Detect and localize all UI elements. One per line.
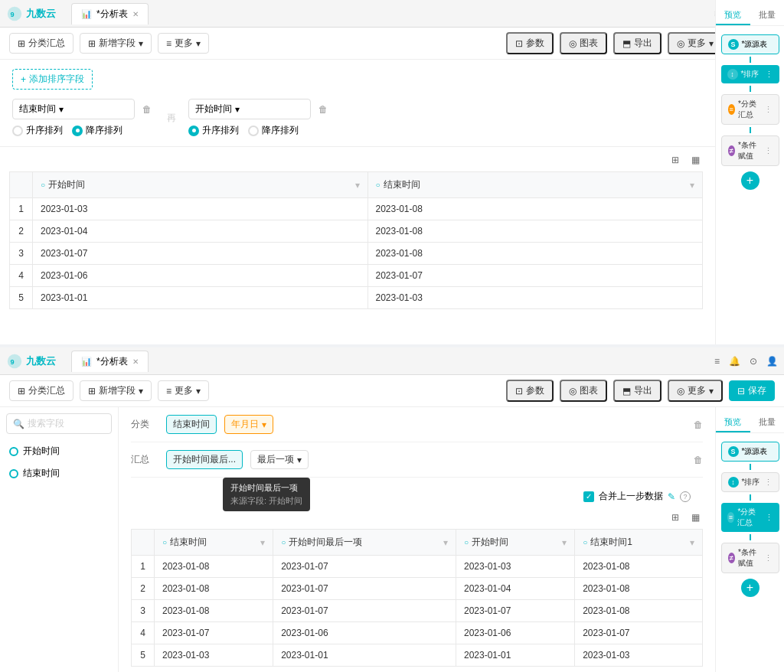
bell-icon-2[interactable]: 🔔 xyxy=(729,356,740,367)
merge-checkbox[interactable] xyxy=(583,491,594,502)
delete-field-2-button[interactable]: 🗑 xyxy=(315,103,331,116)
grid-icon-2[interactable]: ⊞ xyxy=(668,511,682,524)
add-node-button-2[interactable]: + xyxy=(741,579,760,597)
t2-col2-header[interactable]: ○ 开始时间最后一项 ▾ xyxy=(273,530,456,556)
table-row: 3 2023-01-07 2023-01-08 xyxy=(10,243,703,265)
table-controls-1: ⊞ ▦ xyxy=(9,153,703,167)
pipeline-tab-preview-2[interactable]: 预览 xyxy=(716,413,750,432)
func-dropdown-icon: ▾ xyxy=(297,455,302,465)
save-button-2[interactable]: ⊟ 保存 xyxy=(729,380,775,401)
list-view-icon-2[interactable]: ▦ xyxy=(688,511,703,524)
params-button[interactable]: ⊡ 参数 xyxy=(506,32,554,54)
classify-node-more-icon[interactable]: ⋮ xyxy=(764,105,773,115)
condition-node-more-icon[interactable]: ⋮ xyxy=(764,146,773,156)
classify-icon-2: ⊞ xyxy=(18,386,25,396)
classify-field-tag[interactable]: 结束时间 xyxy=(166,415,217,434)
col2-sort-icon: ▾ xyxy=(690,180,694,191)
desc-radio-1[interactable]: 降序排列 xyxy=(72,124,122,137)
pipeline-node-sort-2[interactable]: ↕ *排序 ⋮ xyxy=(721,472,779,492)
chart-button[interactable]: ◎ 图表 xyxy=(560,32,607,54)
t2-col3-header[interactable]: ○ 开始时间 ▾ xyxy=(456,530,574,556)
row-num-header xyxy=(10,172,33,198)
summary-delete-button[interactable]: 🗑 xyxy=(694,455,703,465)
classify-summary-button-2[interactable]: ⊞ 分类汇总 xyxy=(9,380,74,401)
more-button-2b[interactable]: ≡ 更多 ▾ xyxy=(158,380,209,401)
t2-col2-sort-icon: ▾ xyxy=(443,537,448,548)
more-button-1[interactable]: ≡ 更多 ▾ xyxy=(158,33,209,54)
pipeline-tab-batch[interactable]: 批量 xyxy=(750,6,785,25)
format-dropdown-icon: ▾ xyxy=(262,419,266,430)
t2-col1-header[interactable]: ○ 结束时间 ▾ xyxy=(155,530,273,556)
field-circle-2 xyxy=(9,469,18,478)
delete-field-1-button[interactable]: 🗑 xyxy=(139,103,155,116)
new-field-button-2[interactable]: ⊞ 新增字段 ▾ xyxy=(80,380,152,401)
pipeline-node-condition[interactable]: ≠ *条件赋值 ⋮ xyxy=(721,135,779,166)
pipeline-node-condition-2[interactable]: ≠ *条件赋值 ⋮ xyxy=(721,543,779,573)
row-t2-col1: 2023-01-03 xyxy=(155,644,273,667)
classify-node-icon-2: ≡ xyxy=(727,512,735,523)
classify-summary-button[interactable]: ⊞ 分类汇总 xyxy=(9,33,74,54)
main-tab-2[interactable]: 📊 *分析表 ✕ xyxy=(71,351,149,372)
row-col1: 2023-01-04 xyxy=(33,220,368,243)
dropdown-icon-2: ▾ xyxy=(139,386,143,396)
field-item-start-time[interactable]: 开始时间 xyxy=(6,440,112,462)
col2-header[interactable]: ○ 结束时间 ▾ xyxy=(368,172,703,198)
field-panel: 🔍 搜索字段 开始时间 结束时间 xyxy=(0,407,119,672)
pipeline-node-source-2[interactable]: S *源源表 xyxy=(721,442,779,462)
list-view-icon[interactable]: ▦ xyxy=(688,153,703,167)
col1-header[interactable]: ○ 开始时间 ▾ xyxy=(33,172,368,198)
pipeline-node-classify-2[interactable]: ≡ *分类汇总 ⋮ xyxy=(721,503,779,532)
sort-node-more-icon[interactable]: ⋮ xyxy=(765,70,773,80)
asc-radio-2[interactable]: 升序排列 xyxy=(188,124,239,137)
export-button[interactable]: ⬒ 导出 xyxy=(613,32,662,54)
sort-field-2-select[interactable]: 开始时间 ▾ xyxy=(188,99,311,119)
row-t2-col4: 2023-01-03 xyxy=(575,644,703,667)
row-t2-col1: 2023-01-07 xyxy=(155,622,273,644)
classify-node-more-icon-2[interactable]: ⋮ xyxy=(765,513,773,523)
tab-close-button-2[interactable]: ✕ xyxy=(132,357,139,366)
params-button-2[interactable]: ⊡ 参数 xyxy=(506,380,554,402)
asc-radio-1[interactable]: 升序排列 xyxy=(12,124,63,137)
pipeline-tab-batch-2[interactable]: 批量 xyxy=(750,413,785,432)
help-icon[interactable]: ? xyxy=(680,491,691,502)
summary-func-select[interactable]: 最后一项 ▾ xyxy=(250,450,309,469)
more-button-2r[interactable]: ◎ 更多 ▾ xyxy=(668,380,723,402)
pipeline-node-classify[interactable]: ≡ *分类汇总 ⋮ xyxy=(721,94,779,125)
sort-node-more-icon-2[interactable]: ⋮ xyxy=(764,478,773,488)
row-number: 5 xyxy=(10,287,33,309)
sort-node-icon-2: ↕ xyxy=(728,477,739,488)
condition-node-more-icon-2[interactable]: ⋮ xyxy=(764,553,773,563)
profile-icon-2[interactable]: 👤 xyxy=(766,356,778,367)
new-field-button[interactable]: ⊞ 新增字段 ▾ xyxy=(80,33,152,54)
pipeline-node-sort[interactable]: ↕ *排序 ⋮ xyxy=(721,65,779,83)
pipeline-node-source[interactable]: S *源源表 xyxy=(721,34,779,54)
chart-button-2[interactable]: ◎ 图表 xyxy=(560,380,607,402)
t2-col4-header[interactable]: ○ 结束时间1 ▾ xyxy=(575,530,703,556)
field-item-end-time[interactable]: 结束时间 xyxy=(6,462,112,484)
row-number: 5 xyxy=(132,644,155,667)
row-t2-col1: 2023-01-08 xyxy=(155,578,273,600)
table-row: 4 2023-01-07 2023-01-06 2023-01-06 2023-… xyxy=(132,622,703,644)
user-icon-2[interactable]: ⊙ xyxy=(750,356,757,367)
row-number: 1 xyxy=(10,198,33,220)
desc-radio-2[interactable]: 降序排列 xyxy=(248,124,299,137)
classify-delete-button[interactable]: 🗑 xyxy=(694,419,703,430)
export-button-2[interactable]: ⬒ 导出 xyxy=(613,380,662,402)
grid-icon[interactable]: ⊞ xyxy=(668,153,682,167)
classify-node-icon: ≡ xyxy=(728,104,735,115)
classify-format-dropdown[interactable]: 年月日 ▾ xyxy=(224,415,273,434)
pipeline-1: 预览 批量 S *源源表 ↕ *排序 ⋮ ≡ *分类汇总 ⋮ ≠ * xyxy=(715,0,784,344)
main-tab[interactable]: 📊 *分析表 ✕ xyxy=(71,3,149,24)
row-t2-col2: 2023-01-07 xyxy=(273,556,456,578)
pipeline-tab-preview[interactable]: 预览 xyxy=(716,6,750,25)
add-sort-button[interactable]: + 添加排序字段 xyxy=(12,69,93,90)
search-field-input[interactable]: 🔍 搜索字段 xyxy=(6,413,112,434)
merge-row: 合并上一步数据 ✎ ? xyxy=(131,485,703,507)
more2-dropdown-icon: ▾ xyxy=(709,38,714,49)
add-node-button[interactable]: + xyxy=(741,171,760,190)
sort-field-1-select[interactable]: 结束时间 ▾ xyxy=(12,99,135,119)
tab-close-button[interactable]: ✕ xyxy=(132,10,139,18)
edit-icon[interactable]: ✎ xyxy=(668,491,675,502)
menu-icon-2[interactable]: ≡ xyxy=(714,356,720,367)
summary-field-tag[interactable]: 开始时间最后... xyxy=(166,450,243,469)
